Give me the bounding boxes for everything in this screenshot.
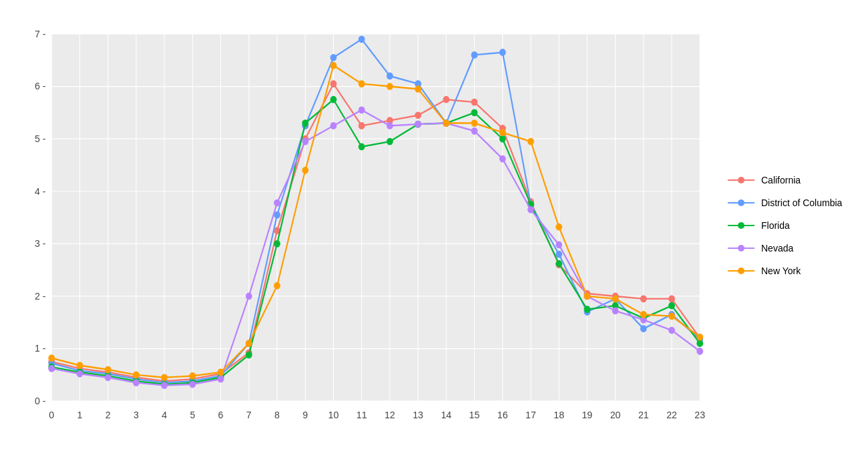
svg-point-87 xyxy=(669,296,675,302)
svg-text:0: 0 xyxy=(49,410,54,421)
svg-point-100 xyxy=(359,36,365,43)
svg-point-107 xyxy=(556,251,562,258)
legend-item-label: District of Columbia xyxy=(761,197,842,208)
svg-point-160 xyxy=(697,348,703,355)
svg-point-153 xyxy=(499,155,505,162)
legend-item: California xyxy=(728,175,855,185)
svg-point-80 xyxy=(471,99,477,105)
svg-point-152 xyxy=(471,128,477,135)
svg-text:11: 11 xyxy=(357,410,367,421)
legend-item-label: Nevada xyxy=(761,243,793,254)
svg-text:12: 12 xyxy=(385,410,395,421)
svg-text:14: 14 xyxy=(441,410,451,421)
svg-point-145 xyxy=(274,199,280,206)
svg-point-178 xyxy=(528,138,534,145)
svg-point-154 xyxy=(528,206,534,213)
svg-point-78 xyxy=(415,112,421,119)
svg-point-76 xyxy=(359,123,365,129)
svg-point-142 xyxy=(190,381,196,388)
svg-point-157 xyxy=(612,308,618,314)
svg-point-128 xyxy=(471,109,477,116)
svg-point-122 xyxy=(302,120,308,127)
svg-point-163 xyxy=(105,366,111,373)
svg-point-170 xyxy=(302,167,308,174)
svg-point-175 xyxy=(443,120,449,127)
svg-text:7 -: 7 - xyxy=(35,28,46,39)
svg-point-129 xyxy=(499,135,505,142)
svg-point-179 xyxy=(556,223,562,230)
svg-point-99 xyxy=(331,55,337,61)
svg-rect-0 xyxy=(51,34,700,401)
svg-text:17: 17 xyxy=(525,410,536,421)
svg-text:0 -: 0 - xyxy=(35,395,46,406)
legend-item-label: Florida xyxy=(761,220,790,231)
svg-text:3 -: 3 - xyxy=(35,238,46,250)
svg-text:23: 23 xyxy=(694,410,705,421)
svg-point-75 xyxy=(331,81,337,87)
svg-point-180 xyxy=(584,293,590,300)
svg-text:10: 10 xyxy=(329,410,339,421)
svg-point-123 xyxy=(331,96,337,103)
svg-point-104 xyxy=(471,52,477,59)
svg-point-161 xyxy=(49,355,55,362)
legend-items: California District of Columbia Florida … xyxy=(728,175,855,288)
svg-point-159 xyxy=(669,327,675,334)
svg-point-132 xyxy=(584,306,590,313)
svg-text:21: 21 xyxy=(638,410,649,421)
svg-text:7: 7 xyxy=(246,410,252,421)
legend-line-icon xyxy=(728,243,754,254)
svg-point-136 xyxy=(697,340,703,347)
svg-point-120 xyxy=(246,352,252,358)
legend-line-icon xyxy=(728,266,754,276)
svg-point-147 xyxy=(331,123,337,129)
svg-point-143 xyxy=(218,376,224,382)
legend-item: Florida xyxy=(728,220,855,231)
legend: California District of Columbia Florida … xyxy=(714,165,861,288)
svg-point-167 xyxy=(218,369,224,376)
svg-point-165 xyxy=(162,374,168,381)
svg-point-183 xyxy=(669,313,675,320)
svg-point-181 xyxy=(612,296,618,302)
svg-point-169 xyxy=(274,282,280,289)
svg-point-149 xyxy=(387,123,393,129)
svg-point-97 xyxy=(274,211,280,218)
svg-point-164 xyxy=(134,372,140,378)
legend-item-label: California xyxy=(761,175,801,185)
legend-item: Nevada xyxy=(728,243,855,254)
svg-point-184 xyxy=(697,334,703,340)
svg-point-121 xyxy=(274,241,280,248)
svg-point-150 xyxy=(415,121,421,127)
svg-text:19: 19 xyxy=(582,410,592,421)
svg-point-176 xyxy=(471,120,477,127)
legend-item: New York xyxy=(728,266,855,276)
chart-area: 0 -1 -2 -3 -4 -5 -6 -7 -0123456789101112… xyxy=(13,13,714,440)
svg-point-131 xyxy=(556,260,562,267)
svg-point-171 xyxy=(331,62,337,69)
svg-point-173 xyxy=(387,83,393,90)
svg-text:18: 18 xyxy=(554,410,564,421)
legend-item: District of Columbia xyxy=(728,197,855,208)
legend-line-icon xyxy=(728,220,754,231)
svg-text:6: 6 xyxy=(218,410,224,421)
svg-point-139 xyxy=(105,374,111,381)
svg-point-144 xyxy=(246,293,252,300)
svg-point-182 xyxy=(640,312,646,318)
svg-point-148 xyxy=(359,107,365,113)
svg-point-137 xyxy=(49,366,55,372)
svg-text:20: 20 xyxy=(610,410,621,421)
svg-point-79 xyxy=(443,96,449,103)
svg-text:5 -: 5 - xyxy=(35,133,46,144)
svg-point-105 xyxy=(499,49,505,56)
svg-text:8: 8 xyxy=(274,410,280,421)
svg-text:15: 15 xyxy=(469,410,480,421)
legend-item-label: New York xyxy=(761,266,801,276)
svg-point-101 xyxy=(387,73,393,79)
svg-text:1: 1 xyxy=(77,410,83,421)
svg-point-138 xyxy=(77,371,83,378)
svg-point-135 xyxy=(669,302,675,309)
chart-and-xaxis: 0 -1 -2 -3 -4 -5 -6 -7 -0123456789101112… xyxy=(17,22,714,440)
svg-point-140 xyxy=(134,380,140,386)
svg-point-141 xyxy=(162,382,168,389)
svg-point-146 xyxy=(302,138,308,145)
svg-text:4 -: 4 - xyxy=(35,185,46,197)
